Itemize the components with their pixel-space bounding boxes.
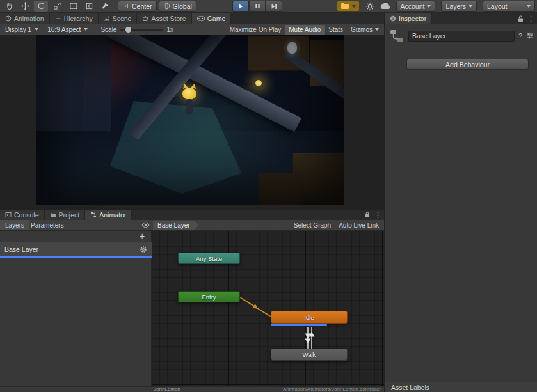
- display-dropdown[interactable]: Display 1: [1, 24, 42, 35]
- account-caret-icon: [427, 5, 431, 8]
- aspect-caret-icon: [84, 28, 88, 31]
- layer-row-base-layer[interactable]: Base Layer: [0, 242, 152, 258]
- left-tab-strip: Animation Hierarchy Scene Asset Store Ga…: [0, 13, 384, 24]
- rotate-tool-icon[interactable]: [34, 1, 48, 12]
- collab-button[interactable]: [337, 1, 360, 12]
- game-toolbar-left: Display 1 16:9 Aspect Scale 1x: [1, 24, 173, 35]
- global-local-button[interactable]: Global: [159, 1, 196, 12]
- add-layer-button[interactable]: +: [137, 231, 147, 241]
- tab-hierarchy[interactable]: Hierarchy: [50, 13, 99, 24]
- display-label: Display 1: [5, 26, 31, 33]
- scale-slider[interactable]: [120, 29, 163, 31]
- state-playback-progress-bar: [271, 324, 327, 326]
- select-graph-label: Select Graph: [294, 222, 331, 229]
- state-node-idle[interactable]: Idle: [271, 311, 348, 324]
- global-local-label: Global: [173, 3, 192, 10]
- gizmos-label: Gizmos: [351, 26, 373, 33]
- layer-settings-gear-icon[interactable]: [140, 246, 147, 253]
- aspect-dropdown[interactable]: 16:9 Aspect: [44, 24, 92, 35]
- display-caret-icon: [35, 28, 38, 31]
- step-button[interactable]: [266, 1, 282, 12]
- tab-project[interactable]: Project: [45, 210, 86, 220]
- visibility-toggle[interactable]: [141, 222, 150, 228]
- gizmos-caret-icon: [375, 28, 379, 31]
- animator-menu-icon[interactable]: ⋮: [374, 211, 381, 219]
- mute-audio-button[interactable]: Mute Audio: [285, 25, 325, 35]
- tab-animation[interactable]: Animation: [0, 13, 50, 24]
- tab-scene[interactable]: Scene: [99, 13, 138, 24]
- help-icon[interactable]: ?: [518, 32, 522, 40]
- tab-game[interactable]: Game: [192, 13, 232, 24]
- scene-ghost: [287, 42, 297, 54]
- pivot-center-button[interactable]: Center: [118, 1, 157, 12]
- scale-slider-knob[interactable]: [125, 27, 131, 33]
- tab-hierarchy-label: Hierarchy: [64, 15, 93, 22]
- transform-tool-icon[interactable]: [82, 1, 96, 12]
- animator-parameters-tab-label: Parameters: [31, 222, 64, 229]
- status-controller-path: Animation/Animators/JohnLemon.controller: [283, 387, 381, 392]
- tab-asset-store[interactable]: Asset Store: [137, 13, 191, 24]
- tool-buttons: Center Global: [2, 1, 196, 12]
- collab-folder-icon: [341, 3, 349, 10]
- move-tool-icon[interactable]: [18, 1, 32, 12]
- aspect-label: 16:9 Aspect: [47, 26, 81, 33]
- game-viewport[interactable]: [36, 35, 344, 205]
- presets-icon[interactable]: [526, 32, 534, 40]
- character-body: [186, 99, 193, 114]
- game-view-toolbar: Display 1 16:9 Aspect Scale 1x Maximize …: [0, 24, 384, 35]
- custom-tool-icon[interactable]: [98, 1, 112, 12]
- tab-project-label: Project: [59, 211, 80, 219]
- auto-live-link-button[interactable]: Auto Live Link: [335, 221, 383, 230]
- animator-graph[interactable]: Any State Entry Idle Walk: [152, 231, 384, 386]
- game-view-area: [0, 35, 384, 210]
- state-node-entry[interactable]: Entry: [178, 291, 240, 302]
- animator-toolbar: Layers Parameters Base Layer Select Grap…: [0, 220, 384, 231]
- animator-lock-icon[interactable]: [365, 212, 370, 218]
- tab-console-label: Console: [14, 211, 39, 219]
- state-node-any-state[interactable]: Any State: [178, 253, 240, 264]
- play-icon: [237, 3, 244, 10]
- cloud-services-icon[interactable]: [380, 3, 390, 10]
- titlebar-right-group: Account Layers Layout: [337, 1, 535, 12]
- pivot-icon: [122, 3, 129, 10]
- lock-icon[interactable]: [518, 15, 524, 22]
- animator-strip-icons: ⋮: [365, 211, 381, 219]
- layers-dropdown[interactable]: Layers: [441, 1, 477, 12]
- add-behaviour-button[interactable]: Add Behaviour: [406, 59, 529, 70]
- tab-console[interactable]: Console: [0, 210, 45, 220]
- account-dropdown[interactable]: Account: [396, 1, 436, 12]
- state-node-idle-label: Idle: [304, 314, 314, 321]
- maximize-on-play-button[interactable]: Maximize On Play: [226, 25, 285, 35]
- layout-dropdown[interactable]: Layout: [483, 1, 535, 12]
- pause-button[interactable]: [249, 1, 266, 12]
- tab-animator[interactable]: Animator: [85, 210, 132, 220]
- progressive-lightmap-icon[interactable]: [365, 2, 374, 11]
- state-node-entry-label: Entry: [202, 294, 216, 301]
- gamepad-icon: [197, 16, 205, 21]
- scene-lantern: [255, 80, 262, 86]
- scale-label: Scale: [100, 26, 116, 33]
- stats-button[interactable]: Stats: [325, 25, 347, 35]
- rect-tool-icon[interactable]: [66, 1, 80, 12]
- scale-tool-icon[interactable]: [50, 1, 64, 12]
- gizmos-dropdown[interactable]: Gizmos: [347, 25, 383, 35]
- select-graph-button[interactable]: Select Graph: [290, 221, 335, 230]
- auto-live-link-label: Auto Live Link: [339, 222, 379, 229]
- tab-animator-label: Animator: [99, 211, 126, 219]
- hand-tool-icon[interactable]: [2, 1, 16, 12]
- animator-parameters-tab[interactable]: Parameters: [26, 220, 69, 230]
- inspector-panel: ? Add Behaviour Asset Labels: [384, 24, 537, 392]
- tab-game-label: Game: [207, 15, 226, 22]
- state-node-any-state-label: Any State: [196, 255, 222, 262]
- layer-name-field[interactable]: [408, 31, 515, 42]
- breadcrumb[interactable]: Base Layer: [153, 221, 199, 230]
- context-menu-icon[interactable]: ⋮: [527, 15, 534, 22]
- tab-animation-label: Animation: [14, 15, 44, 22]
- asset-labels-header[interactable]: Asset Labels: [385, 382, 537, 392]
- play-button[interactable]: [232, 1, 249, 12]
- layers-label: Layers: [445, 3, 466, 10]
- state-node-walk[interactable]: Walk: [271, 349, 348, 361]
- collab-caret-icon: [352, 5, 356, 8]
- breadcrumb-label: Base Layer: [157, 222, 190, 229]
- tab-inspector[interactable]: Inspector: [385, 13, 432, 24]
